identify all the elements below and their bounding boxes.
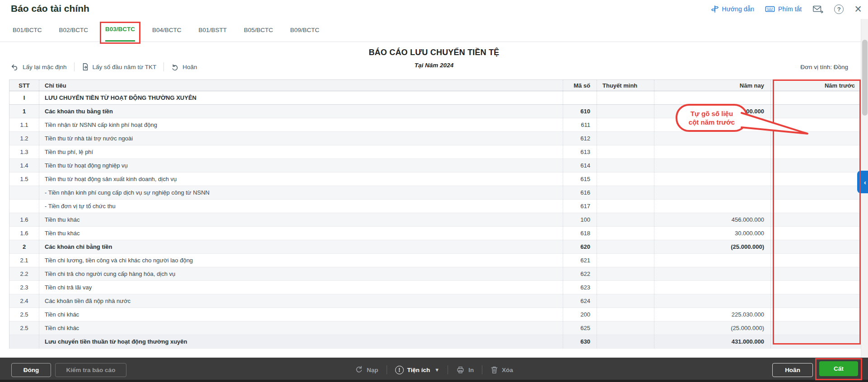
cell-thuyet-minh[interactable] <box>597 145 654 158</box>
table-row[interactable]: 1.3Tiền thu phí, lệ phí613 <box>9 145 861 159</box>
close-icon[interactable]: × <box>854 5 862 14</box>
cell-nam-nay[interactable] <box>654 200 770 213</box>
envelope-icon[interactable] <box>812 5 823 14</box>
cell-nam-nay[interactable]: 30.000.000 <box>654 227 770 240</box>
cell-thuyet-minh[interactable] <box>597 240 654 253</box>
table-row[interactable]: 2.3Tiền chi trả lãi vay623 <box>9 281 861 294</box>
undo-footer-button[interactable]: Hoãn <box>772 363 813 377</box>
table-row[interactable]: 1.6Tiền thu khác100456.000.000 <box>9 213 861 227</box>
cell-nam-truoc[interactable] <box>770 132 861 145</box>
tab-b05-bctc[interactable]: B05/BCTC <box>244 18 273 42</box>
check-report-button[interactable]: Kiểm tra báo cáo <box>55 363 126 377</box>
table-row[interactable]: 2.5Tiền chi khác625(25.000.000) <box>9 321 861 335</box>
guide-link[interactable]: Hướng dẫn <box>711 5 754 13</box>
cell-nam-truoc[interactable] <box>770 321 861 335</box>
cell-nam-nay[interactable]: 225.030.000 <box>654 308 770 321</box>
cell-thuyet-minh[interactable] <box>597 91 654 104</box>
cell-nam-nay[interactable] <box>654 145 770 158</box>
cell-nam-nay[interactable] <box>654 132 770 145</box>
cell-thuyet-minh[interactable] <box>597 132 654 145</box>
cell-nam-truoc[interactable] <box>770 281 861 294</box>
cell-nam-truoc[interactable] <box>770 240 861 253</box>
cell-nam-truoc[interactable] <box>770 213 861 226</box>
cell-nam-truoc[interactable] <box>770 254 861 267</box>
cell-nam-nay[interactable] <box>654 281 770 294</box>
col-header-chi-tieu[interactable]: Chỉ tiêu <box>39 80 563 91</box>
cell-nam-nay[interactable] <box>654 186 770 199</box>
cell-nam-nay[interactable]: 456.000.000 <box>654 213 770 226</box>
table-row[interactable]: 2.4Các khoản tiền đã nộp nhà nước624 <box>9 294 861 308</box>
collapse-panel-tab[interactable]: ‹ <box>857 171 868 193</box>
cell-thuyet-minh[interactable] <box>597 254 654 267</box>
tab-b09-bctc[interactable]: B09/BCTC <box>290 18 319 42</box>
table-row[interactable]: 2.2Tiền chi trả cho người cung cấp hàng … <box>9 267 861 281</box>
save-button[interactable]: Cất <box>819 361 858 376</box>
cell-thuyet-minh[interactable] <box>597 294 654 307</box>
table-row[interactable]: 1.6Tiền thu khác61830.000.000 <box>9 227 861 240</box>
tab-b01-bstt[interactable]: B01/BSTT <box>199 18 227 42</box>
utilities-button[interactable]: ⋮ Tiện ích ▼ <box>395 366 440 374</box>
table-row[interactable]: ILƯU CHUYỂN TIỀN TỪ HOẠT ĐỘNG THƯỜNG XUY… <box>9 91 861 105</box>
help-icon[interactable]: ? <box>834 5 844 14</box>
col-header-stt[interactable]: STT <box>9 80 39 91</box>
table-row[interactable]: - Tiền nhận kinh phí cung cấp dịch vụ sự… <box>9 186 861 200</box>
col-header-ma-so[interactable]: Mã số <box>563 80 597 91</box>
cell-thuyet-minh[interactable] <box>597 213 654 226</box>
cell-thuyet-minh[interactable] <box>597 105 654 118</box>
cell-nam-truoc[interactable] <box>770 335 861 348</box>
table-row[interactable]: 2Các khoản chi bằng tiền620(25.000.000) <box>9 240 861 254</box>
cell-thuyet-minh[interactable] <box>597 186 654 199</box>
cell-thuyet-minh[interactable] <box>597 335 654 348</box>
cell-nam-nay[interactable] <box>654 267 770 280</box>
cell-thuyet-minh[interactable] <box>597 227 654 240</box>
cell-nam-truoc[interactable] <box>770 308 861 321</box>
table-row[interactable]: - Tiền đơn vị tự tổ chức thu617 <box>9 200 861 213</box>
table-row[interactable]: 1.2Tiền thu từ nhà tài trợ nước ngoài612 <box>9 132 861 145</box>
tab-b02-bctc[interactable]: B02/BCTC <box>59 18 89 42</box>
table-row[interactable]: Lưu chuyển tiền thuần từ hoạt động thườn… <box>9 335 861 349</box>
cell-thuyet-minh[interactable] <box>597 118 654 131</box>
cell-nam-nay[interactable]: (25.000.000) <box>654 321 770 335</box>
cell-nam-nay[interactable] <box>654 172 770 186</box>
cell-nam-nay[interactable] <box>654 254 770 267</box>
col-header-nam-truoc[interactable]: Năm trước <box>770 80 861 91</box>
cell-nam-truoc[interactable] <box>770 145 861 158</box>
cell-nam-truoc[interactable] <box>770 186 861 199</box>
cell-nam-truoc[interactable] <box>770 118 861 131</box>
tab-b03-bctc[interactable]: B03/BCTC <box>105 18 135 42</box>
col-header-nam-nay[interactable]: Năm nay <box>654 80 770 91</box>
delete-button[interactable]: Xóa <box>490 366 513 374</box>
cell-nam-truoc[interactable] <box>770 105 861 118</box>
cell-thuyet-minh[interactable] <box>597 172 654 186</box>
close-button[interactable]: Đóng <box>11 363 51 377</box>
cell-nam-nay[interactable] <box>654 91 770 104</box>
cell-thuyet-minh[interactable] <box>597 159 654 172</box>
tab-b04-bctc[interactable]: B04/BCTC <box>152 18 182 42</box>
table-row[interactable]: 1.4Tiền thu từ hoạt động nghiệp vụ614 <box>9 159 861 172</box>
scrollbar-thumb[interactable] <box>862 40 868 116</box>
cell-nam-truoc[interactable] <box>770 227 861 240</box>
shortcuts-link[interactable]: Phím tắt <box>765 5 802 13</box>
cell-nam-truoc[interactable] <box>770 200 861 213</box>
cell-nam-truoc[interactable] <box>770 172 861 186</box>
table-row[interactable]: 1.5Tiền thu từ hoạt động sản xuất kinh d… <box>9 172 861 186</box>
cell-nam-truoc[interactable] <box>770 91 861 104</box>
print-button[interactable]: In <box>456 366 474 374</box>
cell-nam-nay[interactable] <box>654 294 770 307</box>
cell-nam-truoc[interactable] <box>770 267 861 280</box>
cell-nam-nay[interactable]: 431.000.000 <box>654 335 770 348</box>
cell-nam-truoc[interactable] <box>770 294 861 307</box>
table-row[interactable]: 2.1Tiền chi lương, tiền công và chi khác… <box>9 254 861 267</box>
col-header-thuyet-minh[interactable]: Thuyết minh <box>597 80 654 91</box>
cell-thuyet-minh[interactable] <box>597 321 654 335</box>
cell-nam-nay[interactable] <box>654 159 770 172</box>
cell-nam-nay[interactable]: (25.000.000) <box>654 240 770 253</box>
cell-thuyet-minh[interactable] <box>597 281 654 294</box>
cell-nam-truoc[interactable] <box>770 159 861 172</box>
cell-thuyet-minh[interactable] <box>597 308 654 321</box>
table-row[interactable]: 2.5Tiền chi khác200225.030.000 <box>9 308 861 321</box>
reload-button[interactable]: Nạp <box>355 366 378 374</box>
cell-thuyet-minh[interactable] <box>597 200 654 213</box>
cell-thuyet-minh[interactable] <box>597 267 654 280</box>
tab-b01-bctc[interactable]: B01/BCTC <box>13 18 42 42</box>
